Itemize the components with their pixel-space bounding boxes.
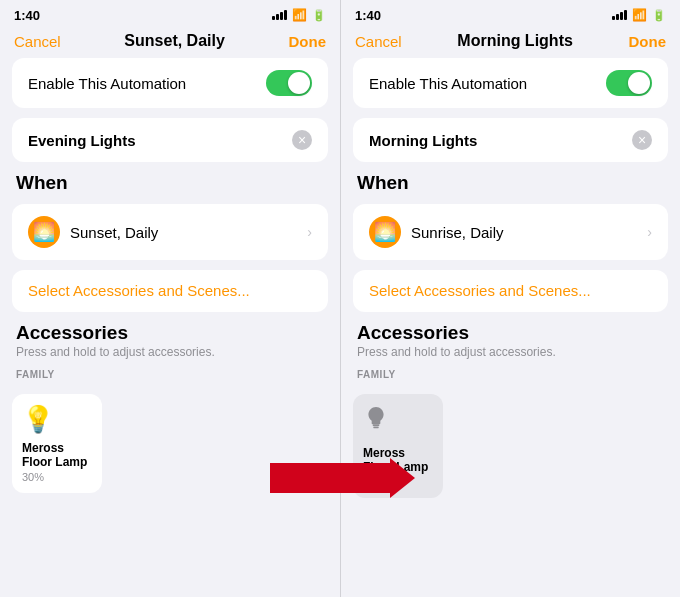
right-bulb-off-icon — [363, 404, 433, 440]
right-when-label: When — [353, 172, 668, 194]
right-wifi-icon: 📶 — [632, 8, 647, 22]
right-enable-label: Enable This Automation — [369, 75, 527, 92]
right-when-card[interactable]: 🌅 Sunrise, Daily › — [353, 204, 668, 260]
battery-icon: 🔋 — [312, 9, 326, 22]
svg-rect-0 — [373, 424, 380, 426]
right-enable-card: Enable This Automation — [353, 58, 668, 108]
right-status-time: 1:40 — [355, 8, 381, 23]
right-done-button[interactable]: Done — [628, 33, 666, 50]
left-status-bar: 1:40 📶 🔋 — [0, 0, 340, 28]
signal-bars-icon — [272, 10, 287, 20]
right-accessories-subtitle: Press and hold to adjust accessories. — [353, 345, 668, 359]
right-cancel-button[interactable]: Cancel — [355, 33, 402, 50]
right-battery-icon: 🔋 — [652, 9, 666, 22]
left-accessory-item[interactable]: 💡 Meross Floor Lamp 30% — [12, 394, 102, 493]
right-nav-bar: Cancel Morning Lights Done — [341, 28, 680, 58]
left-select-label: Select Accessories and Scenes... — [28, 282, 250, 299]
right-accessory-grid: Meross Floor Lamp Turn Off — [353, 394, 668, 498]
left-done-button[interactable]: Done — [289, 33, 327, 50]
right-scene-card: Morning Lights × — [353, 118, 668, 162]
left-cancel-button[interactable]: Cancel — [14, 33, 61, 50]
right-accessory-name: Meross Floor Lamp — [363, 446, 433, 475]
right-signal-bars-icon — [612, 10, 627, 20]
svg-rect-1 — [373, 427, 378, 429]
right-status-icons: 📶 🔋 — [612, 8, 666, 22]
right-phone-panel: 1:40 📶 🔋 Cancel Morning Lights Done Enab… — [340, 0, 680, 597]
left-enable-card: Enable This Automation — [12, 58, 328, 108]
left-nav-title: Sunset, Daily — [124, 32, 224, 50]
left-scene-name: Evening Lights — [28, 132, 136, 149]
right-sunrise-icon: 🌅 — [369, 216, 401, 248]
right-family-label: FAMILY — [353, 369, 668, 380]
left-enable-toggle[interactable] — [266, 70, 312, 96]
left-bulb-on-icon: 💡 — [22, 404, 92, 435]
left-when-label: When — [12, 172, 328, 194]
left-accessories-section: Accessories Press and hold to adjust acc… — [12, 322, 328, 359]
left-when-card[interactable]: 🌅 Sunset, Daily › — [12, 204, 328, 260]
left-select-card[interactable]: Select Accessories and Scenes... — [12, 270, 328, 312]
right-accessories-section: Accessories Press and hold to adjust acc… — [353, 322, 668, 359]
right-select-label: Select Accessories and Scenes... — [369, 282, 591, 299]
right-scene-remove-button[interactable]: × — [632, 130, 652, 150]
right-status-bar: 1:40 📶 🔋 — [341, 0, 680, 28]
right-accessories-title: Accessories — [353, 322, 668, 344]
left-accessories-subtitle: Press and hold to adjust accessories. — [12, 345, 328, 359]
left-family-label: FAMILY — [12, 369, 328, 380]
right-select-card[interactable]: Select Accessories and Scenes... — [353, 270, 668, 312]
left-accessory-status: 30% — [22, 471, 92, 483]
right-when-trigger: Sunrise, Daily — [411, 224, 504, 241]
right-enable-toggle[interactable] — [606, 70, 652, 96]
right-accessory-item[interactable]: Meross Floor Lamp Turn Off — [353, 394, 443, 498]
left-when-left: 🌅 Sunset, Daily — [28, 216, 158, 248]
left-when-trigger: Sunset, Daily — [70, 224, 158, 241]
left-status-time: 1:40 — [14, 8, 40, 23]
left-content: Enable This Automation Evening Lights × … — [0, 58, 340, 597]
right-content: Enable This Automation Morning Lights × … — [341, 58, 680, 597]
left-scene-card: Evening Lights × — [12, 118, 328, 162]
left-status-icons: 📶 🔋 — [272, 8, 326, 22]
left-accessories-title: Accessories — [12, 322, 328, 344]
left-accessory-name: Meross Floor Lamp — [22, 441, 92, 470]
left-phone-panel: 1:40 📶 🔋 Cancel Sunset, Daily Done Enabl… — [0, 0, 340, 597]
left-enable-label: Enable This Automation — [28, 75, 186, 92]
right-chevron-icon: › — [647, 224, 652, 240]
right-nav-title: Morning Lights — [457, 32, 573, 50]
left-accessory-grid: 💡 Meross Floor Lamp 30% — [12, 394, 328, 493]
left-sunset-icon: 🌅 — [28, 216, 60, 248]
right-accessory-status: Turn Off — [363, 476, 433, 488]
left-nav-bar: Cancel Sunset, Daily Done — [0, 28, 340, 58]
left-chevron-icon: › — [307, 224, 312, 240]
left-scene-remove-button[interactable]: × — [292, 130, 312, 150]
right-scene-name: Morning Lights — [369, 132, 477, 149]
right-when-left: 🌅 Sunrise, Daily — [369, 216, 504, 248]
wifi-icon: 📶 — [292, 8, 307, 22]
